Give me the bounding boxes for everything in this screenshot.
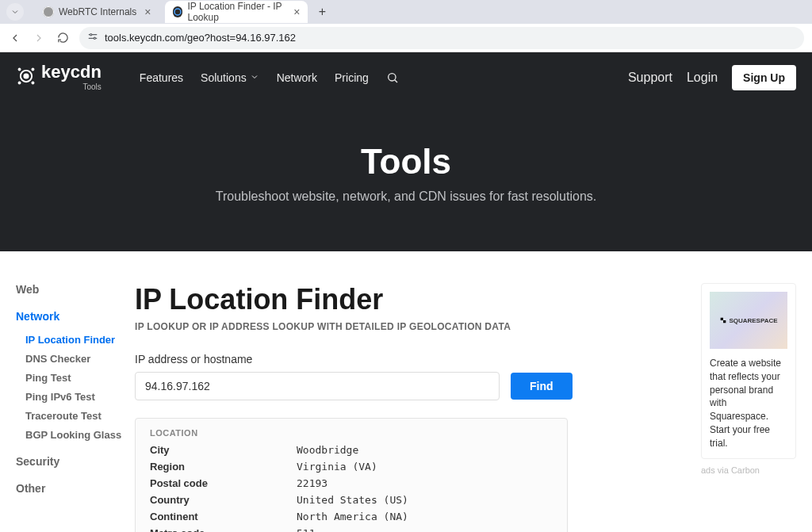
sidebar: Web Network IP Location Finder DNS Check…	[16, 283, 135, 532]
tab-title: IP Location Finder - IP Lookup	[187, 1, 285, 23]
hero-subtitle: Troubleshoot website, network, and CDN i…	[16, 189, 796, 204]
sidebar-item-bgp[interactable]: BGP Looking Glass	[25, 429, 135, 441]
result-row: CityWoodbridge	[150, 444, 553, 456]
sidebar-item-ip-finder[interactable]: IP Location Finder	[25, 334, 135, 346]
ad-text: Create a website that reflects your pers…	[710, 357, 787, 450]
svg-point-2	[94, 37, 95, 39]
hero-title: Tools	[16, 142, 796, 182]
reload-button[interactable]	[56, 32, 70, 44]
sidebar-item-dns[interactable]: DNS Checker	[25, 353, 135, 365]
search-icon[interactable]	[386, 71, 399, 84]
page-subtitle: IP LOOKUP OR IP ADDRESS LOOKUP WITH DETA…	[135, 321, 688, 332]
address-bar[interactable]: tools.keycdn.com/geo?host=94.16.97.162	[79, 27, 804, 49]
logo[interactable]: keycdn Tools	[16, 63, 102, 91]
form-row: Find	[135, 372, 688, 400]
tab-webrtc[interactable]: WebRTC Internals ×	[35, 1, 159, 23]
ad-image: SQUARESPACE	[710, 292, 787, 349]
svg-point-7	[18, 81, 21, 84]
svg-point-0	[174, 9, 181, 15]
nav-features[interactable]: Features	[140, 71, 183, 84]
sidebar-cat-security[interactable]: Security	[16, 455, 135, 468]
form-label: IP address or hostname	[135, 353, 688, 366]
sidebar-cat-web[interactable]: Web	[16, 283, 135, 296]
site-header: keycdn Tools Features Solutions Network …	[0, 52, 812, 251]
ad-via[interactable]: ads via Carbon	[701, 465, 796, 475]
svg-point-6	[32, 67, 35, 71]
nav-support[interactable]: Support	[628, 71, 672, 85]
ad-box[interactable]: SQUARESPACE Create a website that reflec…	[701, 283, 796, 459]
signup-button[interactable]: Sign Up	[732, 65, 796, 90]
result-row: Postal code22193	[150, 477, 553, 489]
site-settings-icon[interactable]	[87, 31, 98, 44]
close-icon[interactable]: ×	[293, 6, 300, 17]
close-icon[interactable]: ×	[144, 6, 151, 17]
ad-column: SQUARESPACE Create a website that reflec…	[701, 283, 796, 532]
result-heading: LOCATION	[150, 428, 553, 438]
browser-profile-button[interactable]	[6, 3, 24, 21]
ip-input[interactable]	[135, 372, 500, 400]
sidebar-sublist: IP Location Finder DNS Checker Ping Test…	[25, 334, 135, 441]
svg-point-1	[90, 34, 92, 36]
chevron-down-icon	[250, 72, 259, 83]
result-row: RegionVirginia (VA)	[150, 461, 553, 473]
logo-icon	[16, 66, 36, 90]
sidebar-item-ping6[interactable]: Ping IPv6 Test	[25, 391, 135, 403]
nav-solutions[interactable]: Solutions	[201, 71, 259, 84]
nav-links: Features Solutions Network Pricing	[140, 71, 399, 84]
logo-subtext: Tools	[40, 82, 102, 91]
tab-title: WebRTC Internals	[59, 6, 136, 17]
content: IP Location Finder IP LOOKUP OR IP ADDRE…	[135, 283, 688, 532]
page-title: IP Location Finder	[135, 283, 688, 316]
hero: Tools Troubleshoot website, network, and…	[0, 102, 812, 251]
url-text: tools.keycdn.com/geo?host=94.16.97.162	[105, 32, 296, 44]
ad-brand: SQUARESPACE	[719, 316, 777, 324]
result-box: LOCATION CityWoodbridge RegionVirginia (…	[135, 418, 568, 532]
logo-text: keycdn	[41, 63, 102, 81]
sidebar-item-ping[interactable]: Ping Test	[25, 372, 135, 384]
nav-login[interactable]: Login	[687, 71, 718, 85]
svg-point-5	[18, 67, 21, 71]
site-favicon	[173, 6, 182, 17]
svg-point-4	[24, 74, 28, 78]
result-row: CountryUnited States (US)	[150, 494, 553, 506]
browser-tab-strip: WebRTC Internals × IP Location Finder - …	[0, 0, 812, 24]
globe-icon	[43, 6, 54, 17]
svg-point-9	[388, 73, 395, 80]
back-button[interactable]	[8, 32, 22, 44]
sidebar-item-traceroute[interactable]: Traceroute Test	[25, 410, 135, 422]
find-button[interactable]: Find	[511, 373, 573, 400]
sidebar-cat-network[interactable]: Network	[16, 310, 135, 323]
sidebar-cat-other[interactable]: Other	[16, 482, 135, 495]
result-row: Metro code511	[150, 527, 553, 532]
nav-network[interactable]: Network	[277, 71, 317, 84]
forward-button[interactable]	[32, 32, 46, 44]
browser-toolbar: tools.keycdn.com/geo?host=94.16.97.162	[0, 24, 812, 52]
tab-ip-finder[interactable]: IP Location Finder - IP Lookup ×	[165, 1, 308, 23]
nav-pricing[interactable]: Pricing	[335, 71, 369, 84]
new-tab-button[interactable]: +	[314, 4, 330, 20]
main: Web Network IP Location Finder DNS Check…	[0, 251, 812, 532]
result-row: ContinentNorth America (NA)	[150, 511, 553, 522]
svg-point-8	[32, 81, 35, 84]
